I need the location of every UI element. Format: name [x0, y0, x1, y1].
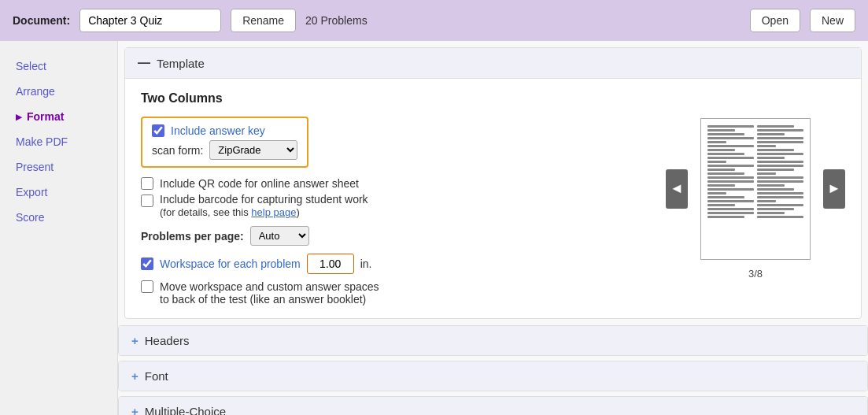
- preview-line: [757, 129, 803, 132]
- include-barcode-text: Include barcode for capturing student wo…: [160, 193, 368, 218]
- multiple-choice-section-label: Multiple-Choice: [145, 405, 226, 415]
- sidebar-label-arrange: Arrange: [16, 85, 55, 98]
- include-barcode-row: Include barcode for capturing student wo…: [141, 193, 650, 218]
- help-page-link[interactable]: help page: [251, 206, 296, 218]
- preview-columns: [707, 125, 803, 253]
- move-workspace-group: Move workspace and custom answer spaces …: [141, 280, 650, 306]
- preview-line: [707, 188, 754, 191]
- headers-section-header[interactable]: + Headers: [119, 326, 867, 355]
- preview-line: [757, 212, 785, 214]
- preview-line: [707, 176, 754, 179]
- document-select-wrapper: Chapter 3 Quiz: [79, 9, 221, 32]
- font-section-header[interactable]: + Font: [119, 361, 867, 391]
- scan-form-label: scan form:: [152, 144, 203, 157]
- template-body-layout: Two Columns Include answer key scan form…: [141, 91, 845, 306]
- sidebar-item-export[interactable]: Export: [0, 180, 117, 205]
- workspace-unit: in.: [360, 258, 372, 270]
- preview-nav: ◄: [666, 118, 845, 260]
- sidebar-item-select[interactable]: Select: [0, 54, 117, 79]
- preview-col-left: [707, 125, 754, 253]
- preview-line: [757, 125, 794, 128]
- preview-line: [757, 161, 803, 163]
- preview-line: [707, 172, 744, 175]
- template-section-title: Template: [157, 57, 205, 70]
- preview-line: [707, 204, 735, 206]
- document-select[interactable]: Chapter 3 Quiz: [79, 9, 221, 32]
- prev-page-button[interactable]: ◄: [666, 169, 688, 209]
- preview-line: [757, 216, 803, 218]
- preview-line: [757, 149, 794, 151]
- include-qr-row: Include QR code for online answer sheet: [141, 177, 650, 190]
- preview-line: [707, 192, 726, 195]
- template-collapse-icon: —: [138, 56, 150, 70]
- preview-page-indicator: 3/8: [748, 268, 763, 280]
- preview-line: [757, 141, 803, 143]
- preview-line: [707, 216, 744, 218]
- font-plus-icon: +: [131, 369, 139, 383]
- multiple-choice-section: + Multiple-Choice: [118, 396, 868, 415]
- format-arrow-icon: ▶: [16, 113, 22, 121]
- include-barcode-label: Include barcode for capturing student wo…: [160, 193, 368, 206]
- preview-line: [707, 161, 726, 163]
- preview-line: [707, 141, 726, 143]
- preview-line: [707, 196, 744, 198]
- move-workspace-row: Move workspace and custom answer spaces: [141, 280, 650, 293]
- include-barcode-checkbox[interactable]: [141, 195, 153, 207]
- preview-line: [707, 180, 754, 183]
- document-label: Document:: [13, 14, 70, 27]
- move-workspace-label: Move workspace and custom answer spaces: [160, 280, 379, 293]
- preview-line: [707, 200, 754, 202]
- sidebar-item-make-pdf[interactable]: Make PDF: [0, 129, 117, 154]
- scan-form-row: scan form: ZipGrade None Akindi GradeCam: [152, 140, 297, 160]
- preview-line: [757, 204, 803, 206]
- preview-line: [707, 212, 754, 214]
- preview-line: [757, 196, 803, 198]
- headers-section: + Headers: [118, 325, 868, 356]
- template-section-body: Two Columns Include answer key scan form…: [125, 79, 861, 318]
- preview-line: [757, 145, 776, 147]
- preview-line: [707, 208, 754, 210]
- next-page-button[interactable]: ►: [823, 169, 845, 209]
- preview-line: [757, 184, 785, 187]
- template-section-header[interactable]: — Template: [125, 48, 861, 79]
- preview-area: ◄: [666, 91, 845, 306]
- ppp-select[interactable]: Auto 1 2 3: [250, 226, 309, 246]
- include-qr-checkbox[interactable]: [141, 177, 153, 190]
- sidebar-item-arrange[interactable]: Arrange: [0, 79, 117, 104]
- include-answer-key-checkbox[interactable]: [152, 124, 164, 137]
- sidebar-item-score[interactable]: Score: [0, 205, 117, 230]
- rename-button[interactable]: Rename: [231, 9, 296, 32]
- new-button[interactable]: New: [810, 9, 855, 32]
- sidebar-label-format: Format: [27, 110, 64, 123]
- scan-form-select[interactable]: ZipGrade None Akindi GradeCam: [209, 140, 297, 160]
- include-answer-key-label: Include answer key: [171, 124, 265, 137]
- preview-line: [707, 129, 735, 132]
- include-qr-label: Include QR code for online answer sheet: [160, 177, 359, 190]
- move-workspace-label2: to back of the test (like an answer book…: [141, 293, 650, 306]
- preview-thumbnail: [700, 118, 811, 260]
- preview-line: [707, 149, 735, 151]
- preview-line: [757, 169, 794, 171]
- move-workspace-checkbox[interactable]: [141, 280, 153, 293]
- barcode-note: (for details, see this help page): [160, 206, 300, 218]
- workspace-input[interactable]: [307, 254, 354, 274]
- preview-line: [707, 157, 754, 159]
- preview-line: [757, 153, 803, 155]
- template-options: Two Columns Include answer key scan form…: [141, 91, 650, 306]
- workspace-label: Workspace for each problem: [160, 258, 301, 270]
- sidebar-item-present[interactable]: Present: [0, 154, 117, 180]
- preview-line: [757, 188, 794, 191]
- preview-line: [707, 137, 754, 139]
- multiple-choice-section-header[interactable]: + Multiple-Choice: [119, 397, 867, 415]
- preview-page-content: [701, 119, 810, 259]
- sidebar-item-format[interactable]: ▶ Format: [0, 104, 117, 129]
- preview-col-right: [757, 125, 803, 253]
- multiple-choice-plus-icon: +: [131, 405, 139, 415]
- preview-line: [707, 125, 754, 128]
- ppp-label: Problems per page:: [141, 230, 244, 243]
- preview-line: [757, 200, 776, 202]
- workspace-checkbox[interactable]: [141, 258, 153, 270]
- open-button[interactable]: Open: [750, 9, 800, 32]
- preview-line: [757, 172, 776, 175]
- headers-section-label: Headers: [145, 334, 190, 347]
